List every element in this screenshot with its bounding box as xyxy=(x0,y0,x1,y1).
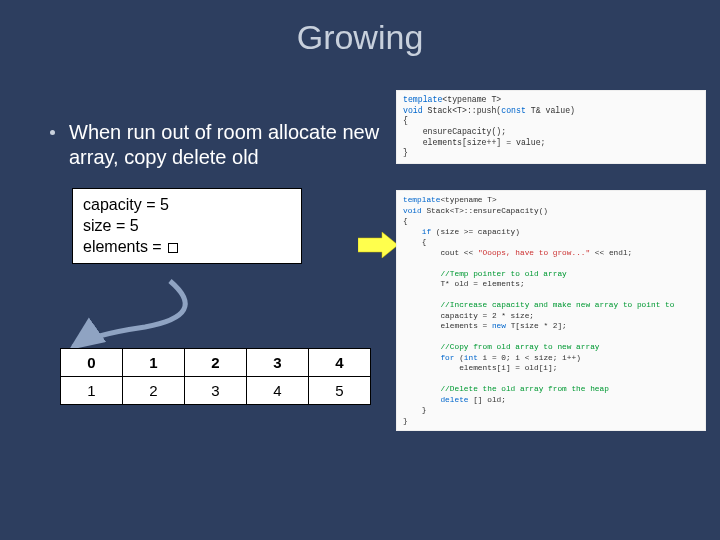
capacity-line: capacity = 5 xyxy=(83,195,291,216)
idx-cell: 2 xyxy=(185,349,247,377)
bullet-item: When run out of room allocate new array,… xyxy=(50,120,390,170)
bullet-text: When run out of room allocate new array,… xyxy=(69,120,390,170)
pointer-box-icon xyxy=(168,243,178,253)
index-row: 0 1 2 3 4 xyxy=(61,349,371,377)
pointer-arrow-icon xyxy=(55,275,255,350)
value-row: 1 2 3 4 5 xyxy=(61,377,371,405)
state-box: capacity = 5 size = 5 elements = xyxy=(72,188,302,264)
val-cell: 4 xyxy=(247,377,309,405)
val-cell: 3 xyxy=(185,377,247,405)
bullet-dot-icon xyxy=(50,130,55,135)
idx-cell: 3 xyxy=(247,349,309,377)
slide-title: Growing xyxy=(0,0,720,65)
val-cell: 1 xyxy=(61,377,123,405)
elements-line: elements = xyxy=(83,237,291,258)
idx-cell: 0 xyxy=(61,349,123,377)
val-cell: 5 xyxy=(309,377,371,405)
code-ensure-snippet: template<typename T> void Stack<T>::ensu… xyxy=(396,190,706,431)
left-column: When run out of room allocate new array,… xyxy=(50,120,390,264)
code-push-snippet: template<typename T> void Stack<T>::push… xyxy=(396,90,706,164)
array-table: 0 1 2 3 4 1 2 3 4 5 xyxy=(60,348,371,405)
size-line: size = 5 xyxy=(83,216,291,237)
idx-cell: 1 xyxy=(123,349,185,377)
highlight-arrow-icon xyxy=(358,232,398,258)
val-cell: 2 xyxy=(123,377,185,405)
idx-cell: 4 xyxy=(309,349,371,377)
